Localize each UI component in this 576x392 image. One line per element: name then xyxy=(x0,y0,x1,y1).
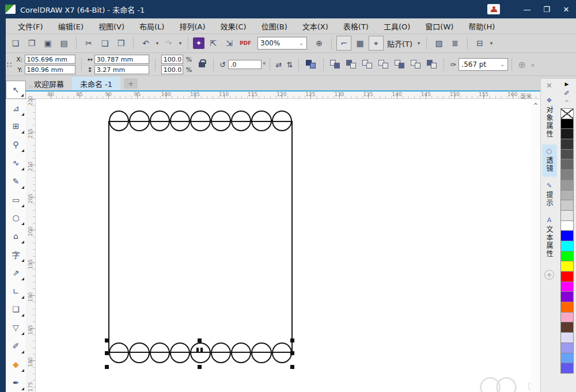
add-preset-button[interactable]: ⊕ xyxy=(518,59,525,70)
color-swatch-pink[interactable] xyxy=(560,312,574,323)
redo-button[interactable]: ↷ xyxy=(161,36,176,51)
vertical-ruler[interactable]: 220215210205200195190185180175 xyxy=(26,99,36,392)
color-swatch-red[interactable] xyxy=(560,271,574,282)
color-swatch-80-black[interactable] xyxy=(560,139,574,150)
rectangle-tool[interactable]: ▭ xyxy=(6,191,26,209)
scallop-circle[interactable] xyxy=(251,111,271,131)
export-button[interactable]: ⇲ xyxy=(222,36,237,51)
shape-tool[interactable]: ⊿ xyxy=(6,99,26,117)
copy-button[interactable]: ❑ xyxy=(97,36,112,51)
color-swatch-light-blue[interactable] xyxy=(560,353,574,364)
user-account-icon[interactable] xyxy=(487,4,500,14)
interactive-fill-tool[interactable]: ◆ xyxy=(6,355,26,374)
zoom-combo-caret[interactable]: ⌄ xyxy=(298,40,304,46)
color-swatch-magenta[interactable] xyxy=(560,281,574,292)
simplify-button[interactable] xyxy=(378,60,389,69)
options-button[interactable]: ≣ xyxy=(448,36,463,51)
freehand-tool[interactable]: ∿ xyxy=(6,154,26,172)
docker-tab-lens[interactable]: ○透镜 xyxy=(542,144,557,177)
scallop-circles-top[interactable] xyxy=(109,111,292,131)
docker-tab-text-properties[interactable]: A文本属性 xyxy=(542,214,557,262)
color-swatch-70-black[interactable] xyxy=(560,149,574,160)
scallop-circle[interactable] xyxy=(109,111,129,131)
color-swatch-40-black[interactable] xyxy=(560,180,574,191)
scallop-circle[interactable] xyxy=(211,111,231,131)
y-position-field[interactable]: 180.96 mm xyxy=(25,65,75,74)
color-swatch-10-black[interactable] xyxy=(560,210,574,221)
palette-eyedropper-icon[interactable]: ✐ xyxy=(564,89,570,100)
menu-item-4[interactable]: 排列(A) xyxy=(172,18,213,33)
scallop-circle[interactable] xyxy=(231,342,251,363)
horizontal-ruler[interactable]: 8085909510010511011512012513013514014515… xyxy=(26,92,540,99)
menu-item-6[interactable]: 位图(B) xyxy=(254,18,295,33)
selection-handle[interactable] xyxy=(290,365,294,369)
outline-width-caret[interactable]: ⌄ xyxy=(499,62,505,67)
docker-close-icon[interactable]: ✕ xyxy=(546,79,552,92)
color-swatch-black[interactable] xyxy=(560,119,574,130)
x-position-field[interactable]: 105.696 mm xyxy=(25,55,75,64)
menu-item-0[interactable]: 文件(F) xyxy=(10,18,51,33)
selection-handle[interactable] xyxy=(290,351,294,355)
scallop-circle[interactable] xyxy=(190,111,210,131)
scroll-up-arrow[interactable]: ^ xyxy=(531,102,540,109)
weld-button[interactable] xyxy=(330,60,340,69)
to-front-button[interactable] xyxy=(306,60,316,69)
scallop-circle[interactable] xyxy=(150,111,170,131)
fullscreen-preview-button[interactable]: ⊕ xyxy=(312,36,327,51)
close-button[interactable]: ✕ xyxy=(556,0,576,18)
outline-width-combo[interactable]: .567 pt ⌄ xyxy=(458,58,508,71)
redo-dropdown-caret[interactable]: ▾ xyxy=(177,40,183,46)
selection-center-marker[interactable] xyxy=(196,348,203,353)
color-swatch-yellow[interactable] xyxy=(560,261,574,272)
zoom-level-combo[interactable]: 300% ⌄ xyxy=(257,37,307,50)
color-swatch-50-black[interactable] xyxy=(560,169,574,180)
scallop-circle[interactable] xyxy=(170,342,190,363)
intersect-button[interactable] xyxy=(362,60,373,69)
scallop-circle[interactable] xyxy=(170,111,190,131)
publish-pdf-button[interactable]: PDF xyxy=(238,36,253,51)
menu-item-3[interactable]: 布局(L) xyxy=(132,18,172,33)
zoom-tool[interactable]: ⚲ xyxy=(6,135,26,154)
outline-pen-tool[interactable]: ✒ xyxy=(6,374,26,392)
mirror-horizontal-button[interactable]: ⇄ xyxy=(276,60,282,69)
document-tab[interactable]: 未命名 -1 xyxy=(72,77,120,90)
color-swatch-none[interactable] xyxy=(560,108,574,119)
drawn-rectangle[interactable] xyxy=(108,121,293,353)
color-swatch-white[interactable] xyxy=(560,220,574,231)
color-swatch-orange[interactable] xyxy=(560,302,574,313)
application-launcher-button[interactable]: ⊟ xyxy=(472,36,487,51)
ruler-origin-icon[interactable]: ∷ xyxy=(26,82,36,92)
undo-dropdown-caret[interactable]: ▾ xyxy=(154,40,160,46)
color-swatch-green[interactable] xyxy=(560,251,574,262)
show-grid-button[interactable]: ▦ xyxy=(353,36,367,51)
color-swatch-lavender[interactable] xyxy=(560,332,574,343)
color-swatch-blue[interactable] xyxy=(560,230,574,241)
color-swatch-blue-violet[interactable] xyxy=(560,363,574,374)
color-swatch-brown[interactable] xyxy=(560,322,574,333)
ellipse-tool[interactable]: ○ xyxy=(6,209,26,227)
menu-item-9[interactable]: 工具(O) xyxy=(376,18,418,33)
print-button[interactable]: ▤ xyxy=(56,36,71,51)
back-minus-front-button[interactable] xyxy=(411,60,421,69)
new-tab-button[interactable]: + xyxy=(124,78,138,89)
scallop-circle[interactable] xyxy=(272,342,292,363)
color-eyedropper-tool[interactable]: ✐ xyxy=(6,337,26,355)
color-swatch-cyan[interactable] xyxy=(560,241,574,252)
transparency-tool[interactable]: ▽ xyxy=(6,318,26,337)
mirror-vertical-button[interactable]: ⇅ xyxy=(287,60,293,69)
drop-shadow-tool[interactable]: ❏ xyxy=(6,300,26,319)
menu-item-11[interactable]: 帮助(H) xyxy=(461,18,502,33)
menu-item-10[interactable]: 窗口(W) xyxy=(418,18,461,33)
docker-tab-hints[interactable]: ✎提示 xyxy=(542,179,557,211)
palette-flyout-icon[interactable]: ▶ xyxy=(565,79,569,89)
save-button[interactable]: ▣ xyxy=(40,36,55,51)
drawing-canvas[interactable] xyxy=(36,99,531,392)
scale-h-field[interactable]: 100.0 xyxy=(161,55,183,64)
scallop-circle[interactable] xyxy=(231,111,251,131)
menu-item-1[interactable]: 编辑(E) xyxy=(51,18,91,33)
menu-item-7[interactable]: 文本(X) xyxy=(295,18,336,33)
trim-button[interactable] xyxy=(346,60,357,69)
scallop-circle[interactable] xyxy=(129,342,149,363)
front-minus-back-button[interactable] xyxy=(395,60,405,69)
polygon-tool[interactable]: ⌂ xyxy=(6,227,26,245)
